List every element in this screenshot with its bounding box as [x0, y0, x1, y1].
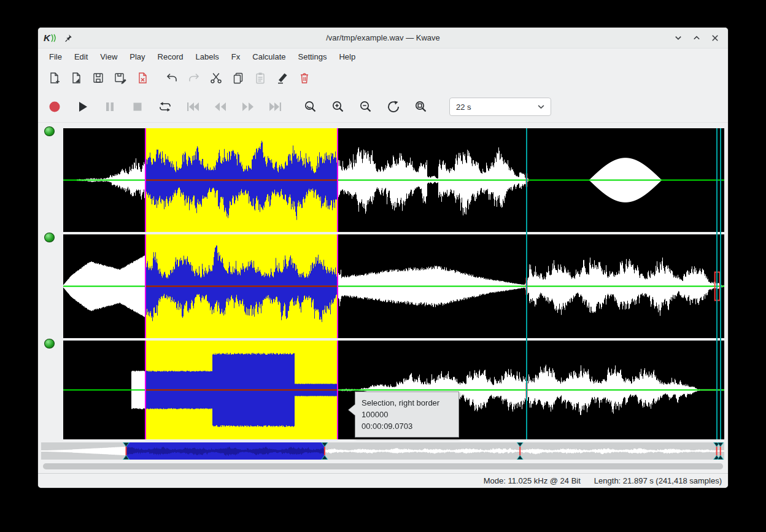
zoom-selection-button[interactable] — [303, 99, 319, 115]
menu-fx[interactable]: Fx — [225, 50, 246, 63]
new-file-icon — [47, 71, 61, 85]
rewind-icon — [212, 99, 228, 114]
paste-button[interactable] — [253, 71, 268, 85]
close-file-button[interactable] — [135, 71, 150, 85]
rewind-button[interactable] — [212, 99, 228, 115]
window-title: /var/tmp/example.wav — Kwave — [38, 33, 728, 42]
undo-button[interactable] — [164, 71, 179, 85]
status-mode: Mode: 11.025 kHz @ 24 Bit — [484, 476, 581, 485]
chevron-down-icon — [538, 104, 544, 109]
label-marker-line[interactable] — [716, 128, 718, 439]
eraser-icon — [276, 71, 289, 85]
file-toolbar — [38, 64, 728, 91]
tooltip-line-3: 00:00:09.0703 — [362, 420, 452, 432]
playback-toolbar: 22 s — [38, 91, 728, 123]
copy-icon — [231, 71, 245, 85]
skip-end-icon — [268, 99, 284, 114]
menu-bar: File Edit View Play Record Labels Fx Cal… — [38, 48, 728, 64]
menu-help[interactable]: Help — [333, 50, 362, 63]
skip-end-button[interactable] — [268, 99, 284, 115]
redo-button[interactable] — [187, 71, 201, 85]
menu-labels[interactable]: Labels — [190, 50, 225, 63]
forward-button[interactable] — [240, 99, 256, 115]
track-1-led[interactable] — [44, 126, 55, 136]
menu-view[interactable]: View — [94, 50, 123, 63]
record-icon — [47, 99, 62, 114]
zoom-in-icon — [331, 99, 346, 114]
pause-icon — [103, 99, 117, 114]
zoom-all-icon — [386, 99, 401, 114]
label-marker-line[interactable] — [720, 128, 721, 439]
track-1-waveform[interactable] — [63, 128, 724, 232]
zoom-all-button[interactable] — [385, 99, 401, 115]
play-icon — [75, 99, 90, 114]
open-file-icon — [69, 71, 83, 85]
horizontal-scrollbar[interactable] — [43, 463, 723, 469]
zoom-in-button[interactable] — [330, 99, 346, 115]
delete-icon — [298, 71, 311, 85]
paste-icon — [253, 71, 267, 85]
play-button[interactable] — [74, 99, 90, 115]
track-2-waveform[interactable] — [63, 234, 724, 338]
new-file-button[interactable] — [47, 71, 61, 85]
save-icon — [91, 71, 105, 85]
track-3-led[interactable] — [44, 339, 55, 349]
zoom-100-icon — [414, 99, 428, 114]
eraser-button[interactable] — [275, 71, 290, 85]
open-file-button[interactable] — [69, 71, 83, 85]
pause-button[interactable] — [102, 99, 118, 115]
menu-record[interactable]: Record — [152, 50, 190, 63]
title-bar[interactable]: K /var/tmp/example.wav — Kwave — [38, 28, 728, 48]
status-length: Length: 21.897 s (241,418 samples) — [594, 476, 722, 485]
record-button[interactable] — [47, 99, 63, 115]
forward-icon — [240, 99, 256, 114]
cut-button[interactable] — [209, 71, 223, 85]
copy-button[interactable] — [231, 71, 246, 85]
save-as-button[interactable] — [113, 71, 128, 85]
minimize-button[interactable] — [674, 34, 683, 42]
maximize-button[interactable] — [692, 34, 701, 42]
tooltip-line-1: Selection, right border — [362, 397, 452, 409]
close-button[interactable] — [711, 34, 719, 42]
kwave-window: K /var/tmp/example.wav — Kwave File Edit… — [38, 28, 728, 488]
menu-file[interactable]: File — [43, 50, 68, 63]
save-button[interactable] — [91, 71, 106, 85]
zoom-duration-combobox[interactable]: 22 s — [449, 98, 551, 116]
loop-icon — [157, 99, 173, 114]
selection-tooltip: Selection, right border 100000 00:00:09.… — [355, 391, 459, 438]
skip-start-icon — [185, 99, 201, 114]
zoom-out-button[interactable] — [358, 99, 374, 115]
delete-button[interactable] — [297, 71, 312, 85]
tooltip-tail — [349, 404, 355, 415]
cut-icon — [209, 71, 223, 85]
zoom-out-icon — [358, 99, 373, 114]
status-bar: Mode: 11.025 kHz @ 24 Bit Length: 21.897… — [38, 473, 728, 488]
close-file-icon — [136, 71, 149, 85]
zoom-100-button[interactable] — [413, 99, 429, 115]
save-as-icon — [114, 71, 127, 85]
loop-button[interactable] — [157, 99, 173, 115]
undo-icon — [165, 71, 179, 85]
zoom-selection-icon — [303, 99, 318, 114]
menu-edit[interactable]: Edit — [68, 50, 94, 63]
menu-calculate[interactable]: Calculate — [246, 50, 292, 63]
zoom-combo-value: 22 s — [456, 102, 471, 112]
tooltip-line-2: 100000 — [362, 409, 452, 420]
track-2-led[interactable] — [44, 233, 55, 242]
skip-start-button[interactable] — [185, 99, 201, 115]
redo-icon — [187, 71, 201, 85]
stop-icon — [130, 99, 145, 114]
label-marker-line[interactable] — [526, 128, 527, 439]
menu-play[interactable]: Play — [123, 50, 151, 63]
overview-strip[interactable] — [41, 442, 724, 460]
signal-area: Selection, right border 100000 00:00:09.… — [38, 123, 728, 475]
menu-settings[interactable]: Settings — [292, 50, 333, 63]
stop-button[interactable] — [130, 99, 145, 115]
